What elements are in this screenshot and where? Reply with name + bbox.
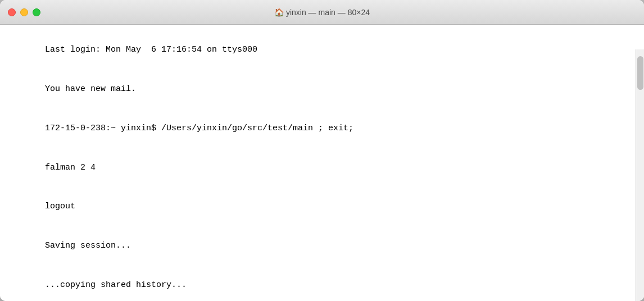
traffic-lights (0, 8, 40, 16)
line-2: You have new mail. (45, 84, 136, 94)
window-title: 🏠 yinxin — main — 80×24 (274, 8, 370, 17)
scrollbar-track[interactable] (636, 49, 644, 301)
line-1: Last login: Mon May 6 17:16:54 on ttys00… (45, 45, 257, 54)
terminal-body[interactable]: Last login: Mon May 6 17:16:54 on ttys00… (0, 25, 644, 301)
line-4: falman 2 4 (45, 163, 96, 172)
titlebar: 🏠 yinxin — main — 80×24 (0, 0, 644, 25)
terminal-window: 🏠 yinxin — main — 80×24 Last login: Mon … (0, 0, 644, 301)
line-3: 172-15-0-238:~ yinxin$ /Users/yinxin/go/… (45, 124, 353, 133)
line-7: ...copying shared history... (45, 280, 187, 290)
minimize-button[interactable] (20, 8, 28, 16)
close-button[interactable] (8, 8, 16, 16)
maximize-button[interactable] (33, 8, 40, 16)
line-6: Saving session... (45, 241, 131, 250)
scrollbar-thumb[interactable] (637, 56, 643, 90)
terminal-output: Last login: Mon May 6 17:16:54 on ttys00… (4, 30, 635, 301)
line-5: logout (45, 202, 75, 211)
